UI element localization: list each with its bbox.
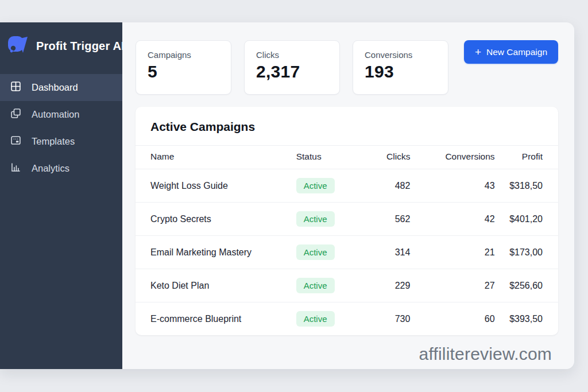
campaign-conversions: 43 [410,169,494,203]
campaign-conversions: 42 [410,203,494,236]
stat-label: Campaigns [148,50,219,60]
app-title: Profit Trigger AI [36,40,125,53]
campaign-clicks: 562 [351,203,410,236]
stat-card-campaigns: Campaigns 5 [136,40,231,95]
campaign-status-cell: Active [296,169,351,203]
column-header-profit: Profit [495,146,558,169]
status-badge: Active [296,178,335,193]
campaigns-table: Name Status Clicks Conversions Profit We… [136,145,558,335]
campaign-name: Keto Diet Plan [136,269,296,302]
status-badge: Active [296,278,335,293]
campaign-profit: $256,60 [495,269,558,302]
stat-value: 2,317 [256,62,328,81]
campaign-table-body: Weight Loss Guide Active 482 43 $318,50 … [136,169,558,336]
main-content: Campaigns 5 Clicks 2,317 Conversions 193… [122,22,574,369]
dashboard-grid-icon [10,80,22,95]
automation-copy-icon [10,107,22,122]
campaign-name: E-commerce Blueprint [136,302,296,336]
campaign-name: Weight Loss Guide [136,169,296,203]
campaign-name: Email Marketing Mastery [136,236,296,269]
campaign-clicks: 314 [351,236,410,269]
column-header-name: Name [136,146,296,169]
stat-card-clicks: Clicks 2,317 [244,40,340,95]
campaign-profit: $401,20 [495,203,558,236]
stat-label: Conversions [365,50,436,60]
campaign-profit: $318,50 [495,169,558,203]
stat-card-conversions: Conversions 193 [353,40,448,95]
campaign-name: Crypto Secrets [136,203,296,236]
bar-chart-icon [10,161,22,176]
column-header-conversions: Conversions [410,146,494,169]
campaign-profit: $173,00 [495,236,558,269]
table-title: Active Campaigns [136,107,558,145]
sidebar-item-label: Templates [32,136,75,147]
sidebar-item-automation[interactable]: Automation [0,101,122,128]
table-row: E-commerce Blueprint Active 730 60 $393,… [136,302,558,336]
table-row: Crypto Secrets Active 562 42 $401,20 [136,203,558,236]
stat-value: 5 [148,62,219,81]
plus-icon: + [475,46,481,57]
campaign-status-cell: Active [296,302,351,336]
campaign-conversions: 27 [410,269,494,302]
stat-label: Clicks [256,50,328,60]
campaign-conversions: 21 [410,236,494,269]
stat-value: 193 [365,62,436,81]
sidebar-item-dashboard[interactable]: Dashboard [0,74,122,101]
campaign-clicks: 482 [351,169,410,203]
status-badge: Active [296,244,335,260]
app-window: Profit Trigger AI Dashboard [0,22,574,369]
table-row: Email Marketing Mastery Active 314 21 $1… [136,236,558,269]
watermark-text: affilitereview.com [136,344,558,364]
campaign-status-cell: Active [296,269,351,302]
stats-row: Campaigns 5 Clicks 2,317 Conversions 193… [136,40,558,95]
sidebar: Profit Trigger AI Dashboard [0,22,122,369]
sidebar-item-label: Dashboard [32,82,78,93]
status-badge: Active [296,311,335,327]
table-header-row: Name Status Clicks Conversions Profit [136,146,558,169]
sidebar-item-analytics[interactable]: Analytics [0,155,122,182]
new-campaign-button[interactable]: + New Campaign [464,40,558,64]
app-logo-icon [7,34,29,58]
sidebar-item-label: Analytics [32,163,69,174]
campaign-clicks: 730 [351,302,410,336]
sidebar-nav: Dashboard Automation [0,74,122,182]
campaign-profit: $393,50 [495,302,558,336]
campaign-clicks: 229 [351,269,410,302]
campaign-status-cell: Active [296,236,351,269]
column-header-clicks: Clicks [351,146,410,169]
column-header-status: Status [296,146,351,169]
table-row: Weight Loss Guide Active 482 43 $318,50 [136,169,558,203]
sidebar-item-label: Automation [32,109,79,120]
templates-card-icon [10,134,22,149]
campaign-conversions: 60 [410,302,494,336]
sidebar-item-templates[interactable]: Templates [0,128,122,155]
status-badge: Active [296,211,335,227]
table-row: Keto Diet Plan Active 229 27 $256,60 [136,269,558,302]
brand: Profit Trigger AI [0,22,122,71]
campaign-status-cell: Active [296,203,351,236]
active-campaigns-card: Active Campaigns Name Status Clicks Conv… [136,107,558,335]
new-campaign-button-label: New Campaign [486,47,547,57]
